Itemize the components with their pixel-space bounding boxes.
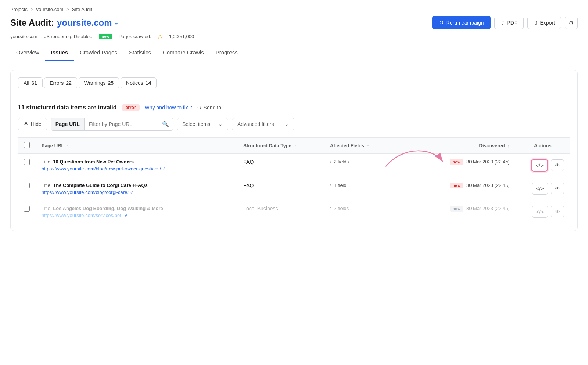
table-row: Title: The Complete Guide to Corgi Care … [18, 177, 570, 200]
row3-url-link[interactable]: https://www.yoursite.com/services/pet- ⇗ [42, 213, 232, 218]
code-icon: </> [535, 162, 544, 169]
row2-date: 30 Mar 2023 (22:45) [466, 182, 510, 188]
row1-date: 30 Mar 2023 (22:45) [466, 159, 510, 165]
row2-actions-cell: </> 👁 [516, 177, 570, 200]
tab-issues[interactable]: Issues [45, 45, 74, 61]
issues-card: All 61 Errors 22 Warnings 25 Notices 14 [10, 70, 578, 231]
site-name-text: yoursite.com [57, 18, 112, 28]
tab-overview[interactable]: Overview [10, 45, 45, 61]
row1-fields-chevron-icon: › [330, 159, 331, 164]
filter-tab-warnings-count: 25 [108, 80, 114, 86]
search-button[interactable]: 🔍 [158, 118, 173, 130]
filter-tab-errors-label: Errors [50, 80, 64, 86]
row2-title: Title: The Complete Guide to Corgi Care … [42, 182, 232, 188]
badge-new: new [99, 34, 112, 39]
row2-checkbox-cell [18, 177, 36, 200]
row1-url-link[interactable]: https://www.yoursite.com/blog/new-pet-ow… [42, 166, 232, 171]
row2-checkbox[interactable] [24, 182, 30, 188]
row3-code-button[interactable]: </> [532, 206, 548, 218]
meta-pages-crawled-label: Pages crawled: [119, 34, 151, 39]
table-body: Title: 10 Questions from New Pet Owners … [18, 153, 570, 223]
filter-tab-errors[interactable]: Errors 22 [44, 77, 77, 88]
row1-eye-button[interactable]: 👁 [551, 159, 564, 171]
rerun-campaign-button[interactable]: ↻ Rerun campaign [432, 16, 491, 29]
th-discovered-label: Discovered [479, 143, 505, 148]
external-link-icon: ⇗ [130, 190, 133, 195]
title-prefix: Site Audit: [10, 18, 54, 28]
filter-tab-all-count: 61 [32, 80, 37, 86]
eye-icon: 👁 [24, 121, 29, 127]
th-page-url[interactable]: Page URL ↕ [36, 137, 237, 153]
filter-tab-all[interactable]: All 61 [18, 77, 43, 88]
filter-tab-notices[interactable]: Notices 14 [121, 77, 157, 88]
gear-icon: ⚙ [569, 20, 574, 26]
row3-checkbox[interactable] [24, 206, 30, 212]
sort-url-icon: ↕ [67, 144, 69, 148]
meta-row: yoursite.com JS rendering: Disabled new … [10, 33, 578, 45]
meta-site: yoursite.com [10, 34, 37, 39]
row1-type: FAQ [243, 159, 254, 165]
nav-tabs: Overview Issues Crawled Pages Statistics… [0, 45, 588, 61]
row3-title-text: Los Angeles Dog Boarding, Dog Walking & … [53, 206, 163, 211]
tab-crawled-pages[interactable]: Crawled Pages [74, 45, 123, 61]
send-to-label: Send to... [204, 105, 226, 111]
row3-url-text: https://www.yoursite.com/services/pet- [42, 213, 123, 218]
row1-code-button[interactable]: </> [531, 159, 548, 172]
advanced-filters-button[interactable]: Advanced filters ⌄ [232, 118, 294, 130]
sort-discovered-icon: ↕ [508, 144, 510, 148]
site-name-link[interactable]: yoursite.com ⌄ [57, 18, 118, 28]
select-items-label: Select items [182, 121, 210, 127]
th-checkbox [18, 137, 36, 153]
row1-checkbox[interactable] [24, 159, 30, 165]
tab-compare-crawls[interactable]: Compare Crawls [157, 45, 210, 61]
pdf-button[interactable]: ⇧ PDF [494, 17, 524, 29]
eye-icon: 👁 [555, 185, 560, 191]
row2-url-cell: Title: The Complete Guide to Corgi Care … [36, 177, 237, 200]
row3-eye-button[interactable]: 👁 [551, 206, 564, 217]
row3-title: Title: Los Angeles Dog Boarding, Dog Wal… [42, 206, 232, 211]
tab-statistics[interactable]: Statistics [123, 45, 157, 61]
th-actions: Actions [516, 137, 570, 153]
filter-tab-errors-count: 22 [66, 80, 72, 86]
th-page-url-label: Page URL [42, 143, 64, 148]
row3-type-cell: Local Business [237, 200, 324, 223]
hide-button[interactable]: 👁 Hide [18, 118, 47, 130]
row2-eye-button[interactable]: 👁 [551, 182, 564, 194]
url-input[interactable] [85, 118, 158, 130]
filter-tab-warnings[interactable]: Warnings 25 [79, 77, 119, 88]
fix-link[interactable]: Why and how to fix it [145, 105, 192, 111]
export-icon: ⇧ [534, 20, 538, 26]
external-link-icon: ⇗ [162, 166, 166, 171]
rerun-icon: ↻ [439, 19, 444, 26]
row1-fields-cell: › 2 fields [324, 153, 420, 177]
settings-button[interactable]: ⚙ [565, 17, 578, 29]
row2-code-button[interactable]: </> [532, 182, 548, 195]
send-to-button[interactable]: ↪ Send to... [197, 105, 226, 111]
title-right: ↻ Rerun campaign ⇧ PDF ⇧ Export ⚙ [432, 16, 578, 29]
th-type-label: Structured Data Type [243, 143, 291, 148]
breadcrumb-projects[interactable]: Projects [10, 7, 28, 12]
table-header-row: Page URL ↕ Structured Data Type ↕ Affect… [18, 137, 570, 153]
row2-title-text: The Complete Guide to Corgi Care +FAQs [53, 182, 148, 188]
external-link-icon: ⇗ [124, 213, 128, 218]
row2-discovered-cell: new 30 Mar 2023 (22:45) [420, 177, 516, 200]
breadcrumb-site[interactable]: yoursite.com [36, 7, 64, 12]
row1-title-prefix: Title: [42, 159, 53, 165]
th-structured-data-type[interactable]: Structured Data Type ↕ [237, 137, 324, 153]
th-discovered[interactable]: Discovered ↕ [420, 137, 516, 153]
row2-url-text: https://www.yoursite.com/blog/corgi-care… [42, 189, 129, 195]
code-icon: </> [536, 209, 544, 215]
warning-icon: △ [158, 33, 162, 40]
select-all-checkbox[interactable] [24, 142, 30, 148]
tab-progress[interactable]: Progress [210, 45, 244, 61]
row1-title-text: 10 Questions from New Pet Owners [53, 159, 134, 165]
row3-fields-chevron-icon: › [330, 206, 331, 211]
th-affected-fields[interactable]: Affected Fields ↕ [324, 137, 420, 153]
select-items-dropdown[interactable]: Select items ⌄ [177, 118, 228, 130]
row2-title-prefix: Title: [42, 182, 53, 188]
row2-type-cell: FAQ [237, 177, 324, 200]
row2-url-link[interactable]: https://www.yoursite.com/blog/corgi-care… [42, 189, 232, 195]
row3-type: Local Business [243, 206, 278, 212]
row1-actions-cell: </> 👁 [516, 153, 570, 177]
export-button[interactable]: ⇧ Export [527, 17, 561, 29]
